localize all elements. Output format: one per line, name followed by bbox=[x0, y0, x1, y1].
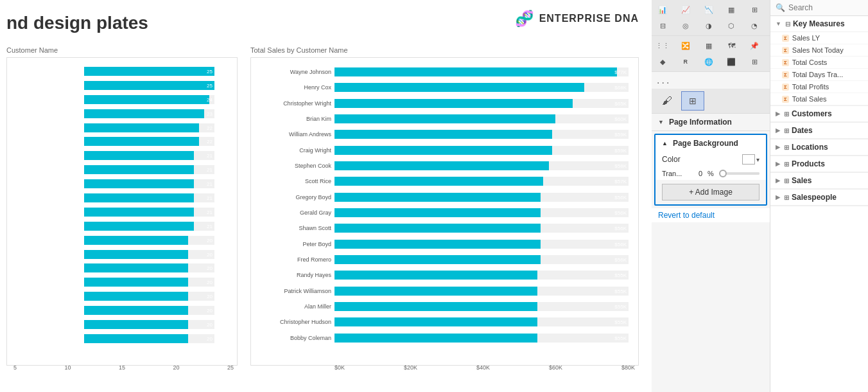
field-item[interactable]: Σ Total Sales bbox=[770, 93, 868, 105]
field-group-header-locations[interactable]: ▶ ⊞ Locations bbox=[770, 139, 868, 156]
field-group-header-dates[interactable]: ▶ ⊞ Dates bbox=[770, 123, 868, 139]
bar-fill: $59K bbox=[334, 146, 552, 155]
viz-icon-gauge[interactable]: ◔ bbox=[745, 18, 763, 33]
transparency-slider[interactable] bbox=[719, 172, 759, 175]
revert-to-default-button[interactable]: Revert to default bbox=[652, 208, 770, 222]
bar-value: 25 bbox=[207, 68, 213, 74]
field-group: ▶ ⊞ Salespeople bbox=[770, 190, 868, 206]
bar-fill: 21 bbox=[84, 193, 194, 202]
viz-icon-bar-chart[interactable]: 📊 bbox=[654, 2, 672, 17]
page-info-chevron: ▼ bbox=[658, 119, 664, 125]
bar-value: 23 bbox=[207, 111, 213, 116]
viz-icon-r-script[interactable]: R bbox=[677, 54, 695, 69]
field-type-badge: Σ bbox=[782, 35, 789, 42]
fields-tab-icon[interactable]: ⊞ bbox=[681, 91, 704, 111]
bar-container: $55K bbox=[334, 334, 629, 343]
left-chart-title: Customer Name bbox=[6, 46, 238, 54]
group-chevron: ▼ bbox=[776, 21, 781, 27]
bar-row: Stephen Cook $58K bbox=[257, 160, 629, 172]
group-label: Key Measures bbox=[793, 19, 845, 28]
fields-search-row: 🔍 bbox=[770, 0, 868, 16]
field-item[interactable]: Σ Total Costs bbox=[770, 57, 868, 69]
add-image-button[interactable]: + Add Image bbox=[662, 184, 759, 200]
viz-icon-map[interactable]: 🗺 bbox=[722, 38, 740, 53]
field-group: ▶ ⊞ Dates bbox=[770, 123, 868, 139]
viz-icon-pie[interactable]: ◑ bbox=[700, 18, 718, 33]
viz-icon-area-chart[interactable]: 📉 bbox=[700, 2, 718, 17]
bar-row: 25 bbox=[13, 66, 214, 77]
bar-row: 21 bbox=[13, 206, 214, 218]
bar-value: 21 bbox=[207, 195, 213, 200]
format-tab-icon[interactable]: 🖌 bbox=[655, 91, 679, 111]
bar-row: Christopher Hudson $55K bbox=[257, 316, 629, 328]
bar-container: $56K bbox=[334, 240, 629, 249]
field-item[interactable]: Σ Sales LY bbox=[770, 32, 868, 44]
bar-fill: 23 bbox=[84, 109, 204, 118]
color-swatch[interactable] bbox=[742, 154, 755, 165]
right-chart-title: Total Sales by Customer Name bbox=[250, 46, 639, 54]
field-group-header-key-measures[interactable]: ▼ ⊟ Key Measures bbox=[770, 16, 868, 32]
bar-label: Randy Hayes bbox=[257, 272, 334, 278]
bar-container: 21 bbox=[84, 208, 214, 217]
viz-icon-line-chart[interactable]: 📈 bbox=[677, 2, 695, 17]
bar-value: $57K bbox=[614, 179, 627, 184]
slider-thumb[interactable] bbox=[719, 170, 727, 177]
field-item[interactable]: Σ Total Days Tra... bbox=[770, 69, 868, 81]
search-input[interactable] bbox=[788, 3, 863, 12]
transparency-label: Tran... bbox=[662, 170, 681, 177]
bar-fill: $65K bbox=[334, 99, 573, 108]
bar-value: 24 bbox=[207, 96, 213, 102]
bar-row: Henry Cox $68K bbox=[257, 82, 629, 93]
bar-container: $55K bbox=[334, 317, 629, 326]
more-icons-dots[interactable]: ... bbox=[652, 72, 770, 89]
bar-value: 20 bbox=[207, 294, 213, 299]
bar-value: 22 bbox=[207, 139, 213, 145]
bar-fill: 24 bbox=[84, 95, 209, 104]
page-background-header[interactable]: ▲ Page Background bbox=[655, 135, 766, 152]
bar-label: Patrick Williamson bbox=[257, 288, 334, 294]
viz-icon-funnel[interactable]: ⬡ bbox=[722, 18, 740, 33]
viz-icon-matrix[interactable]: ⊟ bbox=[654, 18, 672, 33]
page-information-header[interactable]: ▼ Page Information bbox=[652, 114, 770, 131]
bar-fill: 21 bbox=[84, 179, 194, 188]
color-dropdown-arrow[interactable]: ▾ bbox=[756, 156, 759, 163]
bar-fill: $55K bbox=[334, 317, 537, 326]
field-group-header-salespeople[interactable]: ▶ ⊞ Salespeople bbox=[770, 190, 868, 206]
group-label: Salespeople bbox=[792, 193, 837, 202]
bar-label: Wayne Johnson bbox=[257, 69, 334, 75]
viz-icon-shape[interactable]: ◆ bbox=[654, 54, 672, 69]
color-control[interactable]: ▾ bbox=[742, 154, 759, 165]
field-item[interactable]: Σ Sales Not Today bbox=[770, 44, 868, 57]
bar-row: Wayne Johnson $77K bbox=[257, 66, 629, 78]
bar-fill: 20 bbox=[84, 250, 188, 259]
viz-icon-dark[interactable]: ⬛ bbox=[722, 54, 740, 69]
viz-icon-filled-map[interactable]: 📌 bbox=[745, 38, 763, 53]
viz-icon-column-chart[interactable]: ▦ bbox=[722, 2, 740, 17]
field-group-header-customers[interactable]: ▶ ⊞ Customers bbox=[770, 106, 868, 122]
bar-label: Christopher Wright bbox=[257, 100, 334, 107]
bar-container: $55K bbox=[334, 271, 629, 280]
field-item[interactable]: Σ Total Profits bbox=[770, 81, 868, 93]
bar-value: 20 bbox=[207, 321, 213, 327]
viz-icon-table[interactable]: ⊞ bbox=[745, 2, 763, 17]
bar-container: 21 bbox=[84, 165, 214, 174]
bar-label: Peter Boyd bbox=[257, 241, 334, 247]
field-group-header-sales[interactable]: ▶ ⊞ Sales bbox=[770, 173, 868, 189]
fields-content: ▼ ⊟ Key Measures Σ Sales LY Σ Sales Not … bbox=[770, 16, 868, 392]
viz-icon-treemap[interactable]: ▦ bbox=[700, 38, 718, 53]
bar-fill: $77K bbox=[334, 67, 617, 76]
viz-icon-scatter[interactable]: ⋮⋮ bbox=[654, 38, 672, 53]
bar-value: 22 bbox=[207, 125, 213, 130]
fields-side: 🔍 ▼ ⊟ Key Measures Σ Sales LY Σ Sales No… bbox=[770, 0, 868, 392]
viz-icon-grid[interactable]: ⊞ bbox=[745, 54, 763, 69]
bar-row: 20 bbox=[13, 290, 214, 302]
viz-icon-globe[interactable]: 🌐 bbox=[700, 54, 718, 69]
bar-row: Randy Hayes $55K bbox=[257, 269, 629, 281]
field-group-header-products[interactable]: ▶ ⊞ Products bbox=[770, 156, 868, 172]
bar-value: 21 bbox=[207, 181, 213, 187]
transparency-percent: % bbox=[707, 170, 714, 177]
transparency-row: Tran... 0 % bbox=[655, 167, 766, 180]
viz-icon-waterfall[interactable]: 🔀 bbox=[677, 38, 695, 53]
viz-icon-donut[interactable]: ◎ bbox=[677, 18, 695, 33]
bar-value: 21 bbox=[207, 167, 213, 173]
